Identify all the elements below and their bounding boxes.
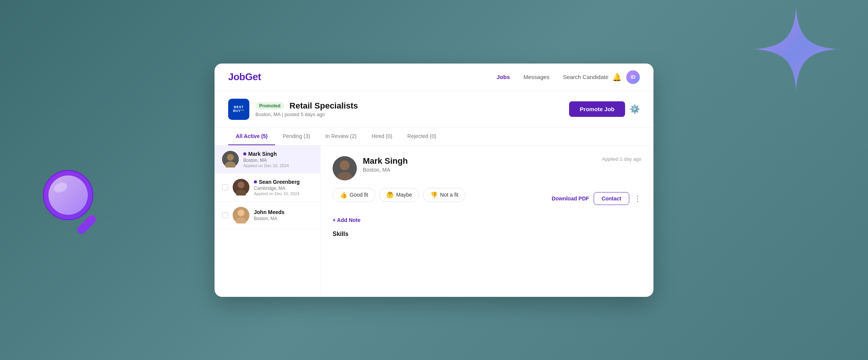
detail-applied-time: Applied 1 day ago [602,156,641,162]
nav-link-search-candidate[interactable]: Search Candidate [563,74,608,80]
avatar[interactable]: ID [626,70,640,84]
svg-point-14 [340,160,350,170]
more-options-icon[interactable]: ⋮ [634,194,641,203]
svg-point-1 [48,175,88,215]
detail-avatar [333,156,357,180]
star-decoration [754,8,838,91]
tab-pending[interactable]: Pending (3) [275,128,317,145]
candidate-detail: Mark Singh Boston, MA Applied 1 day ago … [320,146,653,297]
candidate-name-sean: Sean Greenberg [254,179,313,185]
fit-action-row: 👍 Good fit 🤔 Maybe 👎 Not a fit Download … [333,188,641,209]
download-pdf-link[interactable]: Download PDF [552,196,589,202]
promoted-badge: Promoted [255,102,284,110]
promote-job-button[interactable]: Promote Job [569,101,625,117]
bell-icon[interactable]: 🔔 [612,73,622,82]
tabs-row: All Active (5) Pending (3) In Review (2)… [215,128,653,146]
detail-candidate-name: Mark Singh [363,156,596,166]
tab-hired[interactable]: Hired (0) [364,128,400,145]
candidate-location-john: Boston, MA [254,216,313,221]
detail-name-block: Mark Singh Boston, MA [363,156,596,173]
maybe-button[interactable]: 🤔 Maybe [379,188,419,202]
svg-point-8 [238,182,244,188]
not-a-fit-label: Not a fit [440,192,458,198]
job-meta: Boston, MA | posted 5 days ago [255,112,358,117]
good-fit-label: Good fit [350,192,368,198]
detail-candidate-location: Boston, MA [363,167,596,173]
job-title-block: Promoted Retail Specialists Boston, MA |… [255,101,358,117]
svg-point-11 [238,209,244,216]
candidate-avatar-mark [222,151,239,168]
good-fit-button[interactable]: 👍 Good fit [333,188,375,202]
nav-link-jobs[interactable]: Jobs [497,74,510,80]
job-header-right: Promote Job ⚙️ [569,101,640,117]
skills-title: Skills [333,231,641,237]
svg-point-5 [227,154,234,161]
candidate-list: Mark Singh Boston, MA Applied on Dec 10,… [215,146,320,297]
svg-rect-3 [76,214,98,236]
contact-button[interactable]: Contact [594,192,629,205]
job-header: BEST BUY™ Promoted Retail Specialists Bo… [215,91,653,128]
thumbs-up-icon: 👍 [340,191,347,199]
candidate-location-sean: Cambridge, MA [254,186,313,191]
nav: JobGet Jobs Messages Search Candidate 🔔 … [215,64,653,91]
settings-icon[interactable]: ⚙️ [630,104,640,114]
candidate-date-sean: Applied on Dec 10, 2024 [254,191,313,196]
candidate-date-mark: Applied on Dec 10, 2024 [243,163,313,168]
thinking-icon: 🤔 [386,191,394,199]
candidate-item-john-meeds[interactable]: John Meeds Boston, MA [215,202,320,229]
action-buttons: Download PDF Contact ⋮ [552,192,641,205]
add-note-link[interactable]: + Add Note [333,217,641,223]
maybe-label: Maybe [396,192,412,198]
candidate-info-john: John Meeds Boston, MA [254,209,313,221]
candidate-checkbox-john[interactable] [222,212,228,218]
candidate-info-mark: Mark Singh Boston, MA Applied on Dec 10,… [243,151,313,168]
fit-buttons: 👍 Good fit 🤔 Maybe 👎 Not a fit [333,188,465,202]
main-card: JobGet Jobs Messages Search Candidate 🔔 … [215,64,653,297]
logo: JobGet [228,71,261,83]
not-a-fit-button[interactable]: 👎 Not a fit [423,188,465,202]
candidate-item-mark-singh[interactable]: Mark Singh Boston, MA Applied on Dec 10,… [215,146,320,174]
candidate-avatar-sean [233,179,249,196]
candidate-name-john: John Meeds [254,209,313,215]
detail-header: Mark Singh Boston, MA Applied 1 day ago [333,156,641,180]
tab-rejected[interactable]: Rejected (0) [400,128,444,145]
candidate-name-mark: Mark Singh [243,151,313,157]
thumbs-down-icon: 👎 [430,191,438,199]
nav-links: Jobs Messages Search Candidate [497,74,608,80]
candidate-item-sean-greenberg[interactable]: Sean Greenberg Cambridge, MA Applied on … [215,174,320,202]
candidate-location-mark: Boston, MA [243,158,313,163]
job-title: Retail Specialists [289,101,358,111]
tab-all-active[interactable]: All Active (5) [228,128,275,145]
nav-link-messages[interactable]: Messages [524,74,549,80]
company-logo: BEST BUY™ [228,99,249,120]
content-area: Mark Singh Boston, MA Applied on Dec 10,… [215,146,653,297]
candidate-avatar-john [233,207,249,223]
company-logo-text: BEST BUY™ [233,106,244,113]
candidate-info-sean: Sean Greenberg Cambridge, MA Applied on … [254,179,313,196]
magnifier-decoration [38,165,106,241]
svg-point-0 [44,171,93,220]
svg-point-2 [53,181,68,194]
candidate-checkbox-sean[interactable] [222,184,228,190]
tab-in-review[interactable]: In Review (2) [318,128,364,145]
